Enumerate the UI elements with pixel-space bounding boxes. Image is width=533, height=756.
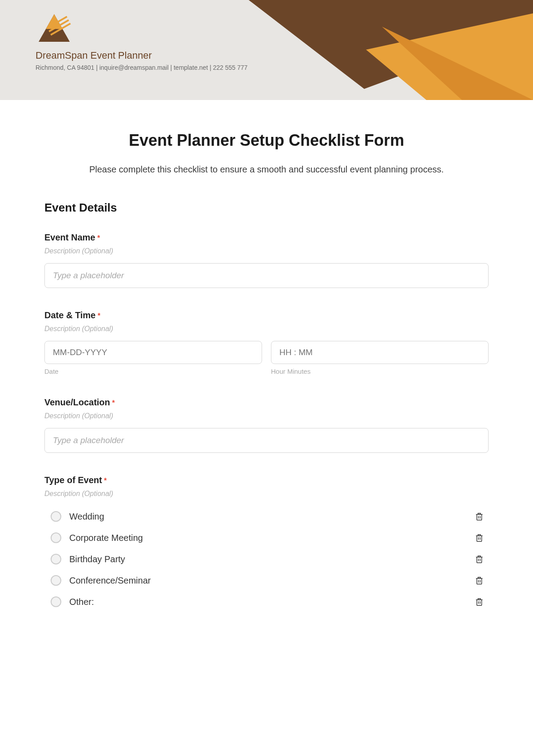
radio-label: Corporate Meeting [69, 533, 474, 543]
desc-date-time: Description (Optional) [44, 325, 489, 333]
radio-button[interactable] [51, 554, 61, 564]
form-content: Event Planner Setup Checklist Form Pleas… [0, 100, 533, 630]
field-venue: Venue/Location * Description (Optional) [44, 397, 489, 453]
input-event-name[interactable] [44, 263, 489, 288]
radio-row-conference-seminar: Conference/Seminar [44, 570, 489, 591]
field-event-name: Event Name * Description (Optional) [44, 232, 489, 288]
form-title: Event Planner Setup Checklist Form [44, 131, 489, 150]
required-mark: * [97, 234, 100, 242]
field-date-time: Date & Time * Description (Optional) Dat… [44, 310, 489, 375]
required-mark: * [98, 312, 100, 320]
radio-label: Wedding [69, 512, 474, 522]
sublabel-date: Date [44, 368, 262, 375]
header-graphic [249, 0, 533, 100]
trash-icon[interactable] [474, 532, 484, 543]
radio-button[interactable] [51, 575, 61, 586]
company-logo [36, 12, 72, 44]
trash-icon[interactable] [474, 554, 484, 564]
radio-label: Conference/Seminar [69, 576, 474, 586]
required-mark: * [112, 399, 115, 407]
trash-icon[interactable] [474, 596, 484, 607]
desc-event-name: Description (Optional) [44, 247, 489, 255]
form-intro: Please complete this checklist to ensure… [44, 162, 489, 176]
desc-type-of-event: Description (Optional) [44, 490, 489, 498]
input-date[interactable] [44, 341, 262, 364]
input-venue[interactable] [44, 428, 489, 453]
radio-label: Other: [69, 597, 474, 607]
input-time[interactable] [271, 341, 489, 364]
trash-icon[interactable] [474, 575, 484, 586]
radio-button[interactable] [51, 532, 61, 543]
header-banner: DreamSpan Event Planner Richmond, CA 948… [0, 0, 533, 100]
radio-row-other: Other: [44, 591, 489, 612]
label-type-of-event: Type of Event [44, 475, 102, 485]
radio-label: Birthday Party [69, 554, 474, 564]
label-date-time: Date & Time [44, 310, 95, 320]
radio-button[interactable] [51, 596, 61, 607]
radio-row-corporate-meeting: Corporate Meeting [44, 527, 489, 548]
radio-row-birthday-party: Birthday Party [44, 548, 489, 570]
radio-list-type-of-event: Wedding Corporate Meeting Birthday Party [44, 506, 489, 612]
desc-venue: Description (Optional) [44, 412, 489, 420]
label-event-name: Event Name [44, 232, 95, 242]
field-type-of-event: Type of Event * Description (Optional) W… [44, 475, 489, 612]
sublabel-time: Hour Minutes [271, 368, 489, 375]
required-mark: * [104, 477, 107, 484]
label-venue: Venue/Location [44, 397, 110, 407]
section-title-event-details: Event Details [44, 201, 489, 215]
trash-icon[interactable] [474, 511, 484, 522]
radio-button[interactable] [51, 511, 61, 522]
radio-row-wedding: Wedding [44, 506, 489, 527]
